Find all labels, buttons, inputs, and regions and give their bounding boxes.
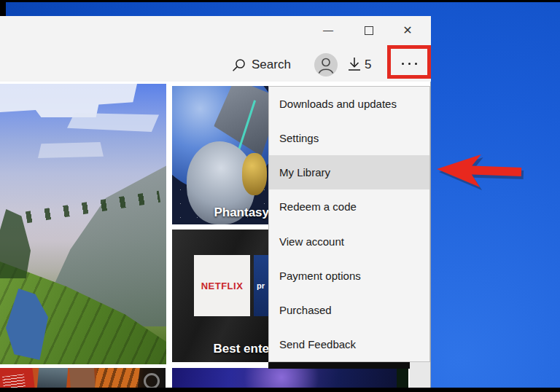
menu-item-payment-options[interactable]: Payment options (269, 259, 429, 293)
downloads-button[interactable]: 5 (346, 55, 371, 74)
minimize-icon: — (323, 24, 333, 36)
prime-tile: pr (254, 255, 270, 316)
poster-text-lines (2, 374, 26, 388)
poster-art (95, 368, 140, 388)
character-art (242, 153, 267, 195)
menu-shadow (268, 362, 410, 369)
annotation-arrow-icon (435, 152, 526, 190)
maximize-button[interactable] (360, 23, 378, 39)
poster-art (36, 368, 68, 388)
card-entertainment[interactable]: NETFLIX pr Best ente (172, 230, 270, 362)
card-movies[interactable] (0, 368, 166, 388)
menu-item-send-feedback[interactable]: Send Feedback (269, 327, 429, 361)
screen-edge-bottom (0, 388, 560, 392)
netflix-tile: NETFLIX (194, 255, 250, 316)
search-label: Search (252, 58, 291, 72)
nebula-art (230, 368, 332, 388)
menu-item-purchased[interactable]: Purchased (269, 293, 429, 327)
minimize-button[interactable]: — (319, 22, 337, 38)
menu-item-view-account[interactable]: View account (269, 224, 429, 259)
poster-art (69, 368, 96, 388)
search-icon (232, 58, 246, 72)
annotation-highlight-box (387, 45, 431, 79)
download-icon (346, 56, 362, 74)
menu-item-my-library[interactable]: My Library (269, 155, 429, 189)
card-galaxy[interactable] (172, 368, 408, 388)
card-minecraft[interactable] (0, 84, 166, 364)
minecraft-cloud (0, 84, 137, 117)
more-menu: Downloads and updates Settings My Librar… (268, 86, 430, 362)
maximize-icon (365, 26, 373, 35)
card-title: Phantasy (172, 205, 269, 220)
prime-logo-fragment: pr (257, 281, 265, 290)
netflix-logo: NETFLIX (201, 281, 244, 291)
card-edge (397, 368, 408, 388)
card-phantasy[interactable]: Phantasy (172, 86, 270, 224)
window-margin (410, 362, 430, 388)
screen-edge-top (0, 0, 560, 2)
downloads-count: 5 (365, 58, 371, 72)
search-button[interactable]: Search (232, 55, 291, 74)
logo-ring (144, 373, 160, 388)
user-icon (314, 53, 338, 77)
close-icon: ✕ (402, 23, 412, 37)
menu-item-redeem-a-code[interactable]: Redeem a code (269, 189, 429, 224)
desktop: — ✕ Search 5 (0, 0, 560, 392)
account-button[interactable] (314, 53, 338, 77)
close-button[interactable]: ✕ (399, 21, 416, 39)
card-caption: Best ente (172, 342, 269, 356)
menu-item-settings[interactable]: Settings (269, 121, 429, 155)
minecraft-cloud (38, 142, 104, 158)
screen-edge-left (0, 2, 6, 16)
menu-item-downloads-and-updates[interactable]: Downloads and updates (269, 87, 429, 121)
minecraft-cloud (67, 113, 159, 132)
